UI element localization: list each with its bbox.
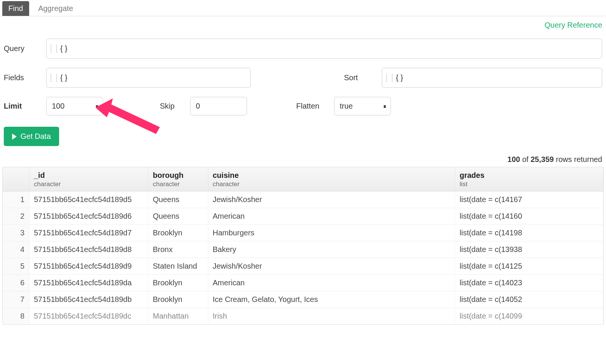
cell-cuisine: Irish: [208, 308, 455, 325]
label-flatten: Flatten: [296, 102, 334, 110]
label-sort: Sort: [344, 73, 382, 82]
cell-borough: Brooklyn: [148, 225, 208, 241]
cell-grades: list(date = c(14023: [455, 275, 603, 291]
label-skip: Skip: [160, 102, 190, 110]
cell-borough: Queens: [148, 208, 208, 225]
cell-cuisine: Bakery: [208, 241, 455, 258]
cell-grades: list(date = c(14125: [455, 258, 603, 275]
row-number: 2: [3, 208, 29, 225]
limit-input[interactable]: [46, 97, 103, 115]
cell-borough: Staten Island: [148, 258, 208, 275]
skip-input[interactable]: [190, 97, 247, 115]
table-row[interactable]: 557151bb65c41ecfc54d189d9Staten IslandJe…: [3, 258, 603, 275]
cell-id: 57151bb65c41ecfc54d189dc: [29, 308, 148, 325]
cell-borough: Brooklyn: [148, 275, 208, 291]
cell-id: 57151bb65c41ecfc54d189d6: [29, 208, 148, 225]
cell-id: 57151bb65c41ecfc54d189da: [29, 275, 148, 291]
cell-cuisine: American: [208, 208, 455, 225]
cell-id: 57151bb65c41ecfc54d189db: [29, 291, 148, 308]
label-query: Query: [4, 44, 46, 53]
row-number: 1: [3, 191, 29, 208]
col-header-cuisine[interactable]: cuisine character: [208, 167, 455, 191]
cell-id: 57151bb65c41ecfc54d189d5: [29, 191, 148, 208]
cell-cuisine: American: [208, 275, 455, 291]
cell-id: 57151bb65c41ecfc54d189d9: [29, 258, 148, 275]
status-text: 100 of 25,359 rows returned: [0, 155, 606, 166]
fields-input[interactable]: [46, 68, 251, 88]
cell-grades: list(date = c(14099: [455, 308, 603, 325]
table-row[interactable]: 657151bb65c41ecfc54d189daBrooklynAmerica…: [3, 275, 603, 291]
query-input[interactable]: [46, 39, 602, 59]
cell-grades: list(date = c(14167: [455, 191, 603, 208]
sort-input[interactable]: [382, 68, 602, 88]
col-header-borough[interactable]: borough character: [148, 167, 208, 191]
cell-cuisine: Jewish/Kosher: [208, 258, 455, 275]
cell-cuisine: Hamburgers: [208, 225, 455, 241]
get-data-button[interactable]: Get Data: [4, 127, 59, 146]
table-row[interactable]: 157151bb65c41ecfc54d189d5QueensJewish/Ko…: [3, 191, 603, 208]
row-number: 5: [3, 258, 29, 275]
table-row[interactable]: 457151bb65c41ecfc54d189d8BronxBakerylist…: [3, 241, 603, 258]
tab-find[interactable]: Find: [2, 1, 29, 16]
results-table: _id character borough character cuisine …: [2, 167, 604, 325]
cell-grades: list(date = c(13938: [455, 241, 603, 258]
cell-borough: Queens: [148, 191, 208, 208]
row-number: 4: [3, 241, 29, 258]
table-row[interactable]: 757151bb65c41ecfc54d189dbBrooklynIce Cre…: [3, 291, 603, 308]
tab-aggregate[interactable]: Aggregate: [32, 1, 79, 16]
cell-id: 57151bb65c41ecfc54d189d7: [29, 225, 148, 241]
row-number: 6: [3, 275, 29, 291]
row-number: 3: [3, 225, 29, 241]
rownum-header: [3, 167, 29, 191]
play-icon: [12, 134, 17, 140]
table-row[interactable]: 257151bb65c41ecfc54d189d6QueensAmericanl…: [3, 208, 603, 225]
query-reference-link[interactable]: Query Reference: [545, 21, 602, 29]
cell-borough: Brooklyn: [148, 291, 208, 308]
col-header-id[interactable]: _id character: [29, 167, 148, 191]
cell-borough: Manhattan: [148, 308, 208, 325]
cell-cuisine: Ice Cream, Gelato, Yogurt, Ices: [208, 291, 455, 308]
label-fields: Fields: [4, 73, 46, 82]
tab-bar: Find Aggregate: [0, 0, 606, 16]
table-row[interactable]: 857151bb65c41ecfc54d189dcManhattanIrishl…: [3, 308, 603, 325]
row-number: 7: [3, 291, 29, 308]
cell-grades: list(date = c(14198: [455, 225, 603, 241]
col-header-grades[interactable]: grades list: [455, 167, 603, 191]
cell-cuisine: Jewish/Kosher: [208, 191, 455, 208]
flatten-select[interactable]: [334, 97, 391, 115]
table-row[interactable]: 357151bb65c41ecfc54d189d7BrooklynHamburg…: [3, 225, 603, 241]
get-data-label: Get Data: [20, 132, 51, 141]
cell-borough: Bronx: [148, 241, 208, 258]
cell-grades: list(date = c(14052: [455, 291, 603, 308]
cell-id: 57151bb65c41ecfc54d189d8: [29, 241, 148, 258]
label-limit: Limit: [4, 102, 46, 110]
cell-grades: list(date = c(14160: [455, 208, 603, 225]
row-number: 8: [3, 308, 29, 325]
